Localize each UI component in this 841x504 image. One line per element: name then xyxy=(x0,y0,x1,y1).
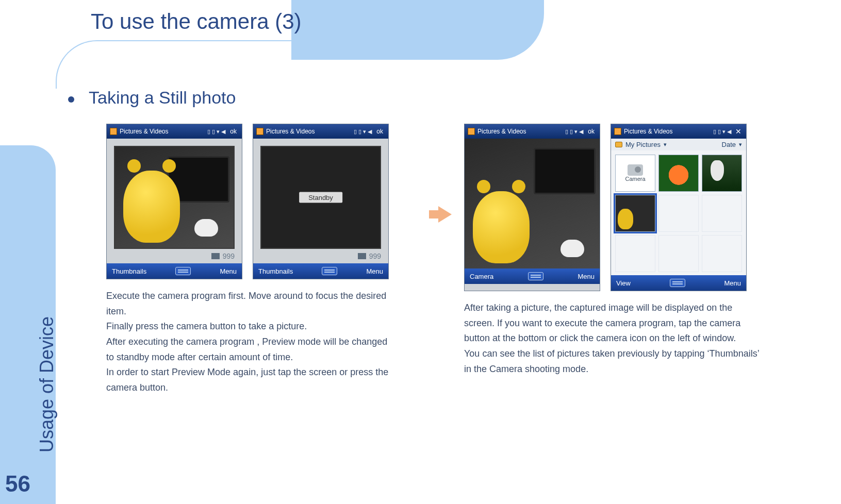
shots-remaining: 999 xyxy=(223,252,235,260)
page-title: To use the camera (3) xyxy=(91,9,302,34)
screenshot-captured-review: Pictures & Videos ▯ ▯ ▾ ◀ ok Camera Menu xyxy=(464,124,600,291)
status-icons: ▯ ▯ ▾ ◀ xyxy=(207,128,225,135)
grid-cell-empty xyxy=(615,235,655,272)
wm-titlebar: Pictures & Videos ▯ ▯ ▾ ◀ ✕ xyxy=(611,124,746,139)
memory-icon xyxy=(358,253,366,259)
right-column: Pictures & Videos ▯ ▯ ▾ ◀ ok Camera Menu xyxy=(464,124,763,377)
softkey-left[interactable]: Camera xyxy=(470,273,493,280)
title-tab-bg xyxy=(291,0,544,60)
softkey-bar: Thumbnails Menu xyxy=(107,263,242,279)
left-description: Execute the camera program first. Move a… xyxy=(106,289,395,396)
sort-label: Date xyxy=(722,141,736,148)
shots-remaining-row: 999 xyxy=(107,249,242,263)
grid-cell-thumb[interactable] xyxy=(702,155,742,192)
bullet-icon xyxy=(68,96,74,103)
shots-remaining-row: 999 xyxy=(253,249,388,263)
titlebar-text: Pictures & Videos xyxy=(120,128,205,135)
folder-label: My Pictures xyxy=(625,141,661,148)
wm-titlebar: Pictures & Videos ▯ ▯ ▾ ◀ ok xyxy=(107,124,242,139)
softkey-right[interactable]: Menu xyxy=(724,279,741,287)
header-curve xyxy=(56,40,293,89)
screenshot-camera-preview: Pictures & Videos ▯ ▯ ▾ ◀ ok 999 xyxy=(106,124,242,279)
standby-label: Standby xyxy=(299,192,342,203)
folder-dropdown[interactable]: My Pictures ▾ xyxy=(615,141,667,148)
camera-viewfinder-standby[interactable]: Standby xyxy=(260,146,381,249)
app-icon xyxy=(110,128,117,135)
camera-icon xyxy=(628,164,643,176)
memory-icon xyxy=(211,253,220,259)
titlebar-ok-button[interactable]: ok xyxy=(586,128,597,135)
folder-icon xyxy=(615,142,622,147)
scene-toy xyxy=(123,171,180,243)
softkey-bar: Thumbnails Menu xyxy=(253,263,388,279)
softkey-keyboard-icon[interactable] xyxy=(175,267,191,275)
wm-titlebar: Pictures & Videos ▯ ▯ ▾ ◀ ok xyxy=(465,124,600,139)
screenshot-camera-standby: Pictures & Videos ▯ ▯ ▾ ◀ ok Standby 999… xyxy=(253,124,389,279)
subtitle: Taking a Still photo xyxy=(89,88,236,108)
titlebar-ok-button[interactable]: ok xyxy=(374,128,385,135)
grid-cell-empty xyxy=(702,195,742,232)
app-icon xyxy=(614,128,621,135)
scene-mouse xyxy=(560,240,584,257)
softkey-keyboard-icon[interactable] xyxy=(670,279,685,287)
grid-cell-empty xyxy=(658,235,699,272)
camera-viewfinder[interactable] xyxy=(114,146,235,249)
status-icons: ▯ ▯ ▾ ◀ xyxy=(713,128,731,135)
grid-cell-camera[interactable]: Camera xyxy=(615,155,655,192)
sort-dropdown[interactable]: Date ▾ xyxy=(722,141,742,148)
captured-image[interactable] xyxy=(465,139,600,268)
wm-titlebar: Pictures & Videos ▯ ▯ ▾ ◀ ok xyxy=(253,124,388,139)
left-column: Pictures & Videos ▯ ▯ ▾ ◀ ok 999 xyxy=(106,124,395,396)
gallery-filter-bar: My Pictures ▾ Date ▾ xyxy=(611,139,746,150)
titlebar-ok-button[interactable]: ok xyxy=(228,128,239,135)
subtitle-row: Taking a Still photo xyxy=(68,88,236,108)
grid-cell-empty xyxy=(658,195,699,232)
grid-cell-thumb[interactable] xyxy=(658,155,699,192)
phone-body xyxy=(465,139,600,268)
page-number: 56 xyxy=(5,471,30,497)
left-screens-row: Pictures & Videos ▯ ▯ ▾ ◀ ok 999 xyxy=(106,124,395,279)
phone-body: Standby 999 xyxy=(253,146,388,263)
softkey-left[interactable]: Thumbnails xyxy=(258,267,293,275)
softkey-left[interactable]: Thumbnails xyxy=(112,267,146,275)
titlebar-text: Pictures & Videos xyxy=(266,128,351,135)
thumb-bird xyxy=(702,155,741,191)
softkey-bar: View Menu xyxy=(611,275,746,291)
scene-laptop xyxy=(534,148,596,194)
camera-cell-label: Camera xyxy=(625,176,645,182)
phone-body: 999 xyxy=(107,146,242,263)
manual-page: To use the camera (3) Usage of Device 56… xyxy=(0,0,841,504)
arrow-head-icon xyxy=(438,206,452,223)
softkey-keyboard-icon[interactable] xyxy=(528,272,543,280)
titlebar-text: Pictures & Videos xyxy=(477,128,563,135)
grid-cell-empty xyxy=(702,235,742,272)
arrow-icon xyxy=(429,210,439,219)
titlebar-text: Pictures & Videos xyxy=(624,128,711,135)
scene-toy xyxy=(473,191,530,263)
grid-cell-thumb-selected[interactable] xyxy=(615,195,655,232)
softkey-bar: Camera Menu xyxy=(465,268,600,284)
shots-remaining: 999 xyxy=(369,252,381,260)
status-icons: ▯ ▯ ▾ ◀ xyxy=(354,128,372,135)
thumb-flower xyxy=(659,155,698,191)
section-label: Usage of Device xyxy=(36,298,57,452)
thumbnail-grid: Camera xyxy=(611,150,746,275)
thumb-scene xyxy=(616,195,655,231)
softkey-right[interactable]: Menu xyxy=(366,267,383,275)
chevron-down-icon: ▾ xyxy=(664,141,667,148)
chevron-down-icon: ▾ xyxy=(739,141,742,148)
status-icons: ▯ ▯ ▾ ◀ xyxy=(565,128,583,135)
right-description: After taking a picture, the captured ima… xyxy=(464,300,763,377)
app-icon xyxy=(256,128,263,135)
softkey-left[interactable]: View xyxy=(616,279,631,287)
titlebar-close-button[interactable]: ✕ xyxy=(734,127,743,136)
softkey-right[interactable]: Menu xyxy=(220,267,237,275)
scene-mouse xyxy=(194,219,218,237)
app-icon xyxy=(468,128,475,135)
screenshot-gallery: Pictures & Videos ▯ ▯ ▾ ◀ ✕ My Pictures … xyxy=(611,124,747,291)
softkey-right[interactable]: Menu xyxy=(578,273,595,280)
right-screens-row: Pictures & Videos ▯ ▯ ▾ ◀ ok Camera Menu xyxy=(464,124,763,291)
softkey-keyboard-icon[interactable] xyxy=(322,267,337,275)
